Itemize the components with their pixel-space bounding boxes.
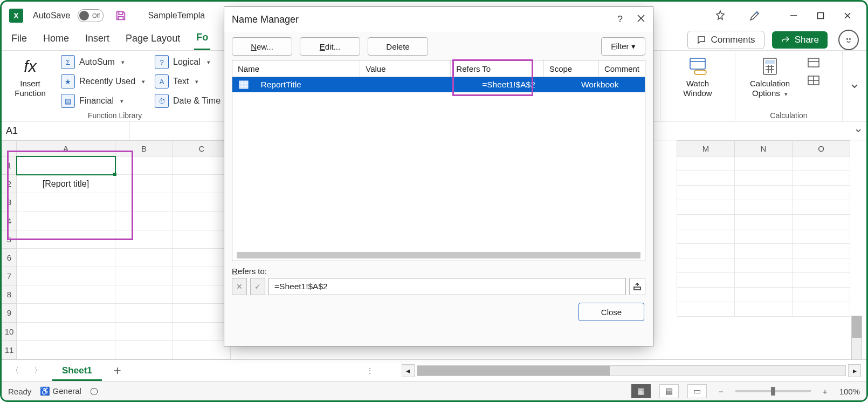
tab-splitter[interactable]: ⋮ — [366, 366, 374, 375]
row-8[interactable]: 8 — [2, 285, 17, 304]
refers-accept-button[interactable]: ✓ — [250, 278, 265, 295]
zoom-out-button[interactable]: − — [715, 387, 727, 396]
cell-A3[interactable] — [17, 193, 115, 212]
autosum-button[interactable]: ΣAutoSum▾ — [61, 54, 145, 70]
formula-bar-expand[interactable] — [850, 127, 866, 134]
maximize-button[interactable] — [809, 8, 832, 24]
zoom-in-button[interactable]: + — [819, 387, 831, 396]
col-value[interactable]: Value — [360, 60, 451, 77]
view-normal-button[interactable]: ▦ — [631, 384, 651, 398]
cell-C3[interactable] — [173, 193, 231, 212]
cell-C1[interactable] — [173, 156, 231, 175]
hscroll-left[interactable]: ◂ — [402, 364, 415, 377]
view-page-break-button[interactable]: ▭ — [687, 384, 707, 398]
horizontal-scrollbar[interactable]: ◂ ▸ — [402, 364, 861, 377]
feedback-button[interactable] — [838, 30, 859, 50]
dialog-title: Name Manager — [232, 14, 299, 25]
col-C[interactable]: C — [173, 141, 231, 156]
add-sheet-button[interactable]: + — [108, 361, 127, 380]
accessibility-icon[interactable]: ♿ General — [40, 386, 81, 396]
date-time-button[interactable]: ⏱Date & Time — [155, 93, 221, 109]
vertical-scrollbar[interactable] — [851, 316, 862, 359]
minimize-button[interactable] — [782, 8, 805, 24]
financial-button[interactable]: ▤Financial▾ — [61, 93, 145, 109]
filter-button[interactable]: Filter ▾ — [601, 37, 645, 56]
col-scope[interactable]: Scope — [544, 60, 599, 77]
zoom-level[interactable]: 100% — [839, 387, 860, 396]
recently-used-button[interactable]: ★Recently Used▾ — [61, 73, 145, 90]
hscroll-right[interactable]: ▸ — [848, 364, 861, 377]
refers-cancel-button[interactable]: ✕ — [232, 278, 247, 295]
names-list-row[interactable]: ReportTitle =Sheet1!$A$2 Workbook — [232, 77, 645, 92]
new-name-button[interactable]: New... — [232, 37, 292, 56]
calc-sheet-button[interactable] — [807, 75, 821, 87]
tab-file[interactable]: File — [9, 31, 29, 50]
zoom-slider[interactable] — [735, 390, 811, 392]
close-button[interactable]: Close — [578, 303, 644, 321]
col-refers-to[interactable]: Refers To — [451, 60, 543, 77]
cell-A2[interactable]: [Report title] — [17, 175, 115, 193]
row-6[interactable]: 6 — [2, 248, 17, 267]
sheet-tab-sheet1[interactable]: Sheet1 — [52, 361, 102, 381]
calc-now-button[interactable] — [807, 57, 821, 70]
row-3[interactable]: 3 — [2, 193, 17, 212]
row-1[interactable]: 1 — [2, 156, 17, 175]
star-icon: ★ — [61, 74, 75, 88]
tab-home[interactable]: Home — [41, 31, 71, 50]
share-button[interactable]: Share — [772, 31, 828, 49]
col-B[interactable]: B — [115, 141, 173, 156]
watch-window-button[interactable]: Watch Window — [668, 54, 727, 98]
comment-icon — [697, 35, 706, 45]
close-window-button[interactable] — [836, 8, 859, 24]
row-10[interactable]: 10 — [2, 322, 17, 340]
cell-A1[interactable] — [17, 156, 115, 175]
copilot-icon[interactable] — [713, 9, 727, 23]
dialog-help-button[interactable]: ? — [618, 14, 623, 25]
dialog-close-button[interactable] — [637, 14, 645, 25]
row-5[interactable]: 5 — [2, 230, 17, 248]
tab-page-layout[interactable]: Page Layout — [123, 31, 182, 50]
edit-name-button[interactable]: Edit... — [300, 37, 360, 56]
recent-label: Recently Used — [79, 77, 135, 86]
logical-button[interactable]: ?Logical▾ — [155, 54, 221, 70]
col-O[interactable]: O — [793, 141, 850, 156]
cell-C2[interactable] — [173, 175, 231, 193]
sheet-nav-prev[interactable]: 〈 — [7, 364, 23, 378]
draw-icon[interactable] — [748, 9, 762, 23]
insert-fn-l1: Insert — [20, 79, 40, 88]
view-page-layout-button[interactable]: ▤ — [659, 384, 679, 398]
collapse-dialog-button[interactable] — [629, 278, 645, 295]
row-11[interactable]: 11 — [2, 340, 17, 359]
col-A[interactable]: A — [17, 141, 115, 156]
row-comment-cell — [634, 77, 645, 92]
cell-A4[interactable] — [17, 212, 115, 230]
cell-B1[interactable] — [115, 156, 173, 175]
col-name[interactable]: Name — [232, 60, 360, 77]
text-button[interactable]: AText▾ — [155, 73, 221, 90]
cell-B3[interactable] — [115, 193, 173, 212]
cell-B2[interactable] — [115, 175, 173, 193]
name-box[interactable]: A1 — [2, 121, 129, 140]
row-7[interactable]: 7 — [2, 267, 17, 285]
list-hscroll[interactable] — [237, 252, 640, 258]
autosave-toggle[interactable]: Off — [78, 9, 104, 22]
row-4[interactable]: 4 — [2, 212, 17, 230]
select-all-corner[interactable] — [2, 141, 17, 156]
delete-name-button[interactable]: Delete — [368, 37, 428, 56]
col-M[interactable]: M — [677, 141, 735, 156]
tab-formulas[interactable]: Fo — [194, 30, 210, 50]
ribbon-collapse-button[interactable] — [843, 51, 866, 121]
col-N[interactable]: N — [735, 141, 793, 156]
names-list[interactable]: ReportTitle =Sheet1!$A$2 Workbook — [232, 77, 645, 261]
insert-function-button[interactable]: fx Insert Function — [9, 54, 51, 110]
comments-button[interactable]: Comments — [687, 31, 764, 49]
display-settings-icon[interactable]: 🖵 — [90, 387, 98, 396]
sheet-nav-next[interactable]: 〉 — [30, 364, 46, 378]
row-9[interactable]: 9 — [2, 304, 17, 322]
col-comment[interactable]: Comment — [599, 60, 645, 77]
save-button[interactable] — [113, 8, 128, 23]
refers-to-input[interactable]: =Sheet1!$A$2 — [268, 278, 626, 295]
tab-insert[interactable]: Insert — [83, 31, 112, 50]
row-2[interactable]: 2 — [2, 175, 17, 193]
calculation-options-button[interactable]: Calculation Options ▾ — [743, 54, 797, 110]
